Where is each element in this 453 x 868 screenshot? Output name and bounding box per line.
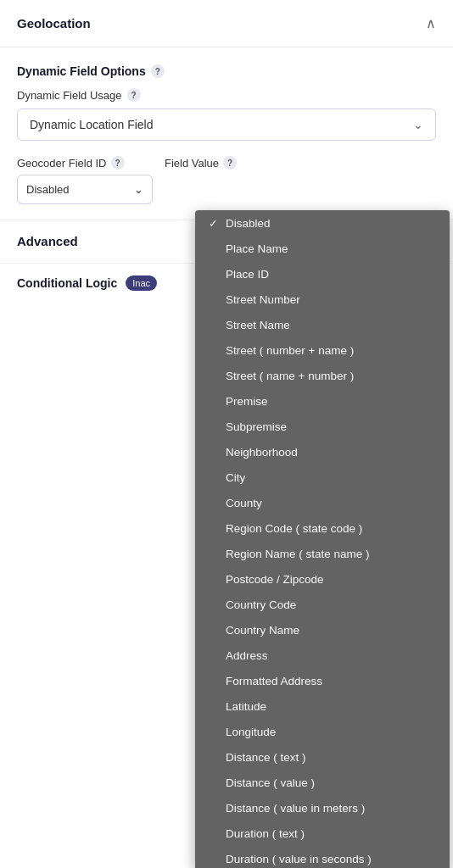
dropdown-item[interactable]: Street Name bbox=[195, 312, 450, 337]
geocoder-value: Disabled bbox=[26, 183, 70, 196]
dropdown-item[interactable]: Subpremise bbox=[195, 414, 450, 439]
dropdown-item[interactable]: Country Code bbox=[195, 592, 450, 617]
geocoder-field-id-label: Geocoder Field ID bbox=[17, 157, 107, 170]
dropdown-item-label: Address bbox=[226, 649, 268, 662]
dropdown-item[interactable]: Latitude bbox=[195, 693, 450, 719]
field-value-label: Field Value bbox=[165, 157, 219, 170]
dropdown-item[interactable]: Region Code ( state code ) bbox=[195, 515, 450, 541]
dropdown-item-label: Neighborhood bbox=[226, 446, 298, 459]
page-container: Geolocation ∧ Dynamic Field Options ? Dy… bbox=[0, 0, 453, 868]
dropdown-item-label: Street ( name + number ) bbox=[226, 370, 354, 382]
dropdown-item[interactable]: Place Name bbox=[195, 236, 450, 261]
dropdown-item-label: Longitude bbox=[226, 726, 276, 738]
geocoder-chevron-icon: ⌄ bbox=[134, 183, 143, 196]
dropdown-item[interactable]: Distance ( text ) bbox=[195, 744, 450, 770]
advanced-label: Advanced bbox=[17, 234, 78, 248]
dropdown-item[interactable]: Street Number bbox=[195, 287, 450, 312]
dropdown-item-label: Distance ( value ) bbox=[226, 776, 315, 789]
dynamic-location-select-wrapper: Dynamic Location Field ⌄ bbox=[17, 108, 436, 141]
chevron-down-icon: ⌄ bbox=[413, 118, 423, 131]
dropdown-item[interactable]: City bbox=[195, 465, 450, 490]
dropdown-item-label: Region Code ( state code ) bbox=[226, 522, 362, 535]
collapse-icon[interactable]: ∧ bbox=[426, 15, 436, 31]
dropdown-item[interactable]: Country Name bbox=[195, 617, 450, 643]
dropdown-item[interactable]: County bbox=[195, 490, 450, 515]
dropdown-item[interactable]: Duration ( text ) bbox=[195, 821, 450, 846]
geocoder-row: Geocoder Field ID ? Disabled ⌄ Field Val… bbox=[17, 156, 436, 204]
dropdown-item-label: Place Name bbox=[226, 242, 288, 255]
field-options-row: Dynamic Field Options ? bbox=[17, 64, 436, 78]
dropdown-item[interactable]: Duration ( value in seconds ) bbox=[195, 846, 450, 868]
dropdown-item-label: Distance ( text ) bbox=[226, 751, 306, 764]
field-usage-label: Dynamic Field Usage bbox=[17, 89, 122, 102]
conditional-logic-badge: Inac bbox=[126, 275, 157, 291]
field-value-col: Field Value ? bbox=[165, 156, 436, 204]
dropdown-item[interactable]: Longitude bbox=[195, 719, 450, 744]
dropdown-item-label: Country Code bbox=[226, 598, 296, 611]
field-value-label-row: Field Value ? bbox=[165, 156, 436, 170]
dropdown-item-label: Premise bbox=[226, 395, 268, 408]
geocoder-select[interactable]: Disabled ⌄ bbox=[17, 175, 153, 204]
field-value-help-icon[interactable]: ? bbox=[223, 156, 237, 170]
dropdown-item[interactable]: Region Name ( state name ) bbox=[195, 541, 450, 566]
dropdown-item-label: Disabled bbox=[226, 217, 271, 230]
dropdown-item[interactable]: Distance ( value ) bbox=[195, 770, 450, 795]
dropdown-item[interactable]: Street ( name + number ) bbox=[195, 363, 450, 388]
dropdown-item-label: Country Name bbox=[226, 624, 299, 637]
geocoder-col: Geocoder Field ID ? Disabled ⌄ bbox=[17, 156, 153, 204]
dropdown-item[interactable]: Distance ( value in meters ) bbox=[195, 795, 450, 821]
dropdown-item[interactable]: Address bbox=[195, 643, 450, 668]
dropdown-item[interactable]: Premise bbox=[195, 388, 450, 414]
dropdown-item-label: County bbox=[226, 497, 262, 509]
dropdown-item-label: Formatted Address bbox=[226, 675, 322, 687]
dropdown-item[interactable]: Place ID bbox=[195, 261, 450, 287]
dropdown-item-label: Street ( number + name ) bbox=[226, 344, 354, 357]
geocoder-help-icon[interactable]: ? bbox=[111, 156, 125, 170]
geocoder-label-row: Geocoder Field ID ? bbox=[17, 156, 153, 170]
checkmark-icon: ✓ bbox=[209, 217, 224, 230]
section-header: Geolocation ∧ bbox=[0, 0, 453, 47]
conditional-logic-label: Conditional Logic bbox=[17, 276, 117, 290]
dropdown-item[interactable]: Formatted Address bbox=[195, 668, 450, 693]
dynamic-location-select[interactable]: Dynamic Location Field ⌄ bbox=[17, 108, 436, 141]
dropdown-item-label: Street Name bbox=[226, 319, 290, 331]
dynamic-usage-help-icon[interactable]: ? bbox=[127, 88, 141, 102]
dropdown-item-label: Postcode / Zipcode bbox=[226, 573, 324, 586]
dropdown-item[interactable]: ✓Disabled bbox=[195, 210, 450, 236]
content-area: Dynamic Field Options ? Dynamic Field Us… bbox=[0, 47, 453, 220]
dropdown-item[interactable]: Street ( number + name ) bbox=[195, 337, 450, 363]
field-value-dropdown: ✓DisabledPlace NamePlace IDStreet Number… bbox=[195, 210, 450, 868]
section-title: Geolocation bbox=[17, 16, 91, 31]
dropdown-item-label: Distance ( value in meters ) bbox=[226, 802, 365, 815]
dropdown-item[interactable]: Postcode / Zipcode bbox=[195, 566, 450, 592]
dynamic-options-help-icon[interactable]: ? bbox=[151, 64, 165, 78]
dropdown-item-label: Place ID bbox=[226, 268, 269, 281]
dropdown-item-label: Street Number bbox=[226, 293, 300, 306]
dropdown-item-label: Duration ( text ) bbox=[226, 827, 305, 840]
dynamic-location-value: Dynamic Location Field bbox=[30, 118, 154, 131]
dropdown-item-label: Region Name ( state name ) bbox=[226, 548, 370, 560]
field-usage-row: Dynamic Field Usage ? bbox=[17, 88, 436, 102]
dropdown-item-label: Subpremise bbox=[226, 420, 287, 433]
field-options-label: Dynamic Field Options bbox=[17, 64, 146, 78]
dropdown-item-label: Latitude bbox=[226, 700, 266, 713]
dropdown-item[interactable]: Neighborhood bbox=[195, 439, 450, 465]
dropdown-item-label: City bbox=[226, 471, 245, 484]
dropdown-item-label: Duration ( value in seconds ) bbox=[226, 853, 372, 865]
